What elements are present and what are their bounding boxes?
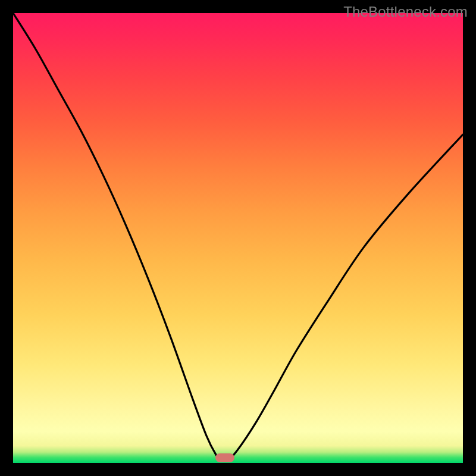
- optimal-marker: [215, 453, 234, 462]
- chart-container: TheBottleneck.com: [0, 0, 476, 476]
- bottleneck-curve: [13, 13, 463, 463]
- plot-area: [13, 13, 463, 463]
- watermark-text: TheBottleneck.com: [343, 4, 468, 20]
